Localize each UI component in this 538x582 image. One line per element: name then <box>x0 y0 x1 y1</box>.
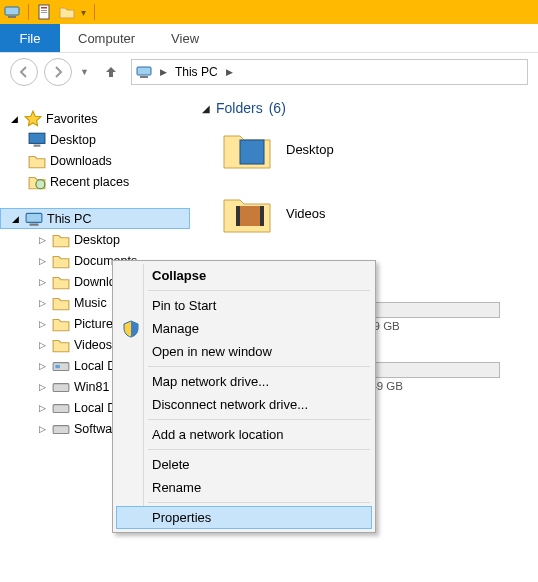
qa-newfolder-icon[interactable] <box>59 4 75 20</box>
nav-this-pc[interactable]: ◢ This PC <box>0 208 190 229</box>
svg-rect-4 <box>41 10 47 11</box>
ctx-label: Pin to Start <box>152 298 216 313</box>
folder-icon <box>52 232 70 248</box>
chevron-right-icon[interactable]: ▶ <box>156 67 171 77</box>
expand-arrow-icon[interactable]: ◢ <box>8 114 20 124</box>
nav-label: Music <box>74 296 107 310</box>
item-label: Videos <box>286 206 326 221</box>
item-label: Desktop <box>286 142 334 157</box>
file-tab[interactable]: File <box>0 24 60 52</box>
expand-arrow-icon[interactable]: ▷ <box>36 277 48 287</box>
group-folders[interactable]: ◢ Folders (6) <box>198 100 538 116</box>
svg-rect-17 <box>53 425 69 433</box>
drive-icon <box>52 379 70 395</box>
nav-label: Favorites <box>46 112 97 126</box>
qa-properties-icon[interactable] <box>37 4 53 20</box>
folder-large-icon <box>222 192 272 234</box>
svg-rect-3 <box>41 7 47 9</box>
drive-name-partial: :) <box>348 346 538 360</box>
expand-arrow-icon[interactable]: ▷ <box>36 235 48 245</box>
ribbon-tabs: File Computer View <box>0 24 538 53</box>
qa-customize-chevron-icon[interactable]: ▾ <box>81 7 86 18</box>
svg-rect-14 <box>55 364 60 367</box>
folder-icon <box>52 337 70 353</box>
ctx-label: Manage <box>152 321 199 336</box>
ctx-label: Rename <box>152 480 201 495</box>
ctx-label: Delete <box>152 457 190 472</box>
ctx-pin-to-start[interactable]: Pin to Start <box>116 294 372 317</box>
folder-icon <box>52 274 70 290</box>
ctx-label: Collapse <box>152 268 206 283</box>
separator <box>148 290 370 291</box>
title-bar: ▾ <box>0 0 538 24</box>
expand-arrow-icon[interactable]: ▷ <box>36 319 48 329</box>
drive-icon <box>52 421 70 437</box>
drive-icon <box>52 358 70 374</box>
view-tab[interactable]: View <box>153 24 217 52</box>
expand-arrow-icon[interactable]: ▷ <box>36 256 48 266</box>
folder-icon <box>52 253 70 269</box>
back-button[interactable] <box>10 58 38 86</box>
svg-rect-0 <box>5 7 19 15</box>
ctx-delete[interactable]: Delete <box>116 453 372 476</box>
drive-icon <box>52 400 70 416</box>
pc-icon <box>25 211 43 227</box>
expand-arrow-icon[interactable]: ▷ <box>36 361 48 371</box>
collapse-arrow-icon[interactable]: ◢ <box>202 103 210 114</box>
ctx-add-network-location[interactable]: Add a network location <box>116 423 372 446</box>
svg-rect-18 <box>240 140 264 164</box>
item-videos[interactable]: Videos <box>198 188 538 252</box>
ctx-label: Add a network location <box>152 427 284 442</box>
svg-rect-20 <box>236 206 240 226</box>
ctx-disconnect-network-drive[interactable]: Disconnect network drive... <box>116 393 372 416</box>
drive-free-label: of 7.49 GB <box>348 380 538 392</box>
expand-arrow-icon[interactable]: ▷ <box>36 424 48 434</box>
expand-arrow-icon[interactable]: ▷ <box>36 298 48 308</box>
svg-rect-9 <box>34 144 41 146</box>
svg-rect-8 <box>29 133 45 143</box>
ctx-label: Properties <box>152 510 211 525</box>
nav-fav-recent[interactable]: Recent places <box>0 171 198 192</box>
svg-rect-21 <box>260 206 264 226</box>
downloads-icon <box>28 153 46 169</box>
address-row: ▼ ▶ This PC ▶ <box>0 53 538 91</box>
ctx-collapse[interactable]: Collapse <box>116 264 372 287</box>
recent-places-icon <box>28 174 46 190</box>
separator <box>94 4 95 20</box>
chevron-right-icon[interactable]: ▶ <box>222 67 237 77</box>
nav-favorites[interactable]: ◢ Favorites <box>0 108 198 129</box>
desktop-icon <box>28 132 46 148</box>
forward-button[interactable] <box>44 58 72 86</box>
separator <box>148 449 370 450</box>
svg-rect-6 <box>137 67 151 75</box>
ctx-map-network-drive[interactable]: Map network drive... <box>116 370 372 393</box>
svg-rect-16 <box>53 404 69 412</box>
nav-fav-downloads[interactable]: Downloads <box>0 150 198 171</box>
svg-rect-11 <box>26 213 42 222</box>
address-bar[interactable]: ▶ This PC ▶ <box>131 59 528 85</box>
ctx-manage[interactable]: Manage <box>116 317 372 340</box>
star-icon <box>24 111 42 127</box>
expand-arrow-icon[interactable]: ▷ <box>36 340 48 350</box>
recent-locations-chevron-icon[interactable]: ▼ <box>78 67 91 77</box>
group-count: (6) <box>269 100 286 116</box>
nav-fav-desktop[interactable]: Desktop <box>0 129 198 150</box>
svg-rect-1 <box>8 16 16 18</box>
ctx-label: Disconnect network drive... <box>152 397 308 412</box>
ctx-properties[interactable]: Properties <box>116 506 372 529</box>
ctx-rename[interactable]: Rename <box>116 476 372 499</box>
qa-pc-icon[interactable] <box>4 4 20 20</box>
svg-rect-7 <box>140 76 148 78</box>
ctx-open-new-window[interactable]: Open in new window <box>116 340 372 363</box>
expand-arrow-icon[interactable]: ▷ <box>36 403 48 413</box>
item-desktop[interactable]: Desktop <box>198 124 538 188</box>
computer-tab[interactable]: Computer <box>60 24 153 52</box>
ctx-label: Open in new window <box>152 344 272 359</box>
expand-arrow-icon[interactable]: ▷ <box>36 382 48 392</box>
drive-name-partial: :) <box>348 286 538 300</box>
nav-pc-desktop[interactable]: ▷Desktop <box>0 229 198 250</box>
folder-large-icon <box>222 128 272 170</box>
up-button[interactable] <box>97 64 125 80</box>
crumb-this-pc[interactable]: This PC <box>175 65 218 79</box>
expand-arrow-icon[interactable]: ◢ <box>9 214 21 224</box>
